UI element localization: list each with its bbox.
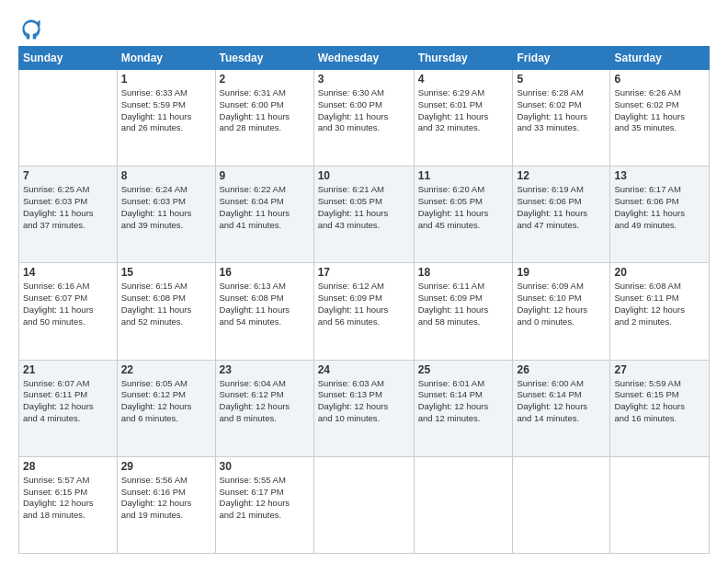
column-header-thursday: Thursday — [414, 47, 513, 70]
day-info: Sunrise: 6:33 AM Sunset: 5:59 PM Dayligh… — [121, 87, 211, 134]
calendar-cell: 17Sunrise: 6:12 AM Sunset: 6:09 PM Dayli… — [313, 263, 414, 360]
calendar-cell — [414, 456, 513, 553]
calendar-cell: 24Sunrise: 6:03 AM Sunset: 6:13 PM Dayli… — [313, 360, 414, 456]
calendar-week-row: 14Sunrise: 6:16 AM Sunset: 6:07 PM Dayli… — [19, 263, 710, 360]
day-number: 23 — [220, 363, 310, 376]
day-info: Sunrise: 6:09 AM Sunset: 6:10 PM Dayligh… — [517, 281, 606, 327]
day-number: 14 — [23, 266, 113, 279]
day-info: Sunrise: 6:22 AM Sunset: 6:04 PM Dayligh… — [220, 184, 310, 231]
day-info: Sunrise: 6:05 AM Sunset: 6:12 PM Dayligh… — [121, 378, 211, 425]
calendar-cell — [313, 456, 414, 553]
calendar-cell: 18Sunrise: 6:11 AM Sunset: 6:09 PM Dayli… — [414, 263, 513, 360]
calendar-cell: 7Sunrise: 6:25 AM Sunset: 6:03 PM Daylig… — [19, 167, 118, 263]
calendar-cell: 30Sunrise: 5:55 AM Sunset: 6:17 PM Dayli… — [215, 456, 313, 553]
calendar-cell: 28Sunrise: 5:57 AM Sunset: 6:15 PM Dayli… — [19, 456, 118, 553]
day-info: Sunrise: 5:59 AM Sunset: 6:15 PM Dayligh… — [614, 378, 705, 425]
day-info: Sunrise: 6:19 AM Sunset: 6:06 PM Dayligh… — [517, 184, 606, 231]
day-info: Sunrise: 6:15 AM Sunset: 6:08 PM Dayligh… — [121, 281, 211, 327]
calendar-cell: 2Sunrise: 6:31 AM Sunset: 6:00 PM Daylig… — [215, 70, 313, 167]
calendar-cell: 9Sunrise: 6:22 AM Sunset: 6:04 PM Daylig… — [215, 167, 313, 263]
day-info: Sunrise: 6:04 AM Sunset: 6:12 PM Dayligh… — [220, 378, 310, 425]
day-number: 1 — [121, 73, 211, 86]
day-number: 16 — [220, 266, 310, 279]
day-number: 17 — [318, 266, 410, 279]
day-info: Sunrise: 6:08 AM Sunset: 6:11 PM Dayligh… — [614, 281, 705, 327]
calendar-header-row: SundayMondayTuesdayWednesdayThursdayFrid… — [19, 47, 710, 70]
day-info: Sunrise: 6:00 AM Sunset: 6:14 PM Dayligh… — [517, 378, 606, 425]
calendar-cell: 13Sunrise: 6:17 AM Sunset: 6:06 PM Dayli… — [610, 167, 710, 263]
calendar-cell: 20Sunrise: 6:08 AM Sunset: 6:11 PM Dayli… — [610, 263, 710, 360]
calendar-table: SundayMondayTuesdayWednesdayThursdayFrid… — [18, 46, 710, 554]
day-info: Sunrise: 6:21 AM Sunset: 6:05 PM Dayligh… — [318, 184, 410, 231]
column-header-tuesday: Tuesday — [215, 47, 313, 70]
day-number: 6 — [614, 73, 705, 86]
day-number: 10 — [318, 169, 410, 182]
calendar-cell: 22Sunrise: 6:05 AM Sunset: 6:12 PM Dayli… — [117, 360, 215, 456]
day-number: 3 — [318, 73, 410, 86]
calendar-cell: 14Sunrise: 6:16 AM Sunset: 6:07 PM Dayli… — [19, 263, 118, 360]
day-info: Sunrise: 6:12 AM Sunset: 6:09 PM Dayligh… — [318, 281, 410, 327]
calendar-cell — [19, 70, 118, 167]
day-number: 12 — [517, 169, 606, 182]
day-info: Sunrise: 6:24 AM Sunset: 6:03 PM Dayligh… — [121, 184, 211, 231]
day-number: 2 — [220, 73, 310, 86]
logo-icon — [18, 17, 44, 42]
day-info: Sunrise: 6:01 AM Sunset: 6:14 PM Dayligh… — [418, 378, 509, 425]
day-info: Sunrise: 6:11 AM Sunset: 6:09 PM Dayligh… — [418, 281, 509, 327]
day-info: Sunrise: 6:16 AM Sunset: 6:07 PM Dayligh… — [23, 281, 113, 327]
day-number: 15 — [121, 266, 211, 279]
day-info: Sunrise: 6:31 AM Sunset: 6:00 PM Dayligh… — [220, 87, 310, 134]
column-header-saturday: Saturday — [610, 47, 710, 70]
day-info: Sunrise: 6:25 AM Sunset: 6:03 PM Dayligh… — [23, 184, 113, 231]
calendar-cell: 27Sunrise: 5:59 AM Sunset: 6:15 PM Dayli… — [610, 360, 710, 456]
calendar-week-row: 28Sunrise: 5:57 AM Sunset: 6:15 PM Dayli… — [19, 456, 710, 553]
day-info: Sunrise: 6:07 AM Sunset: 6:11 PM Dayligh… — [23, 378, 113, 425]
calendar-cell — [513, 456, 610, 553]
page: SundayMondayTuesdayWednesdayThursdayFrid… — [0, 0, 728, 563]
day-info: Sunrise: 5:56 AM Sunset: 6:16 PM Dayligh… — [121, 475, 211, 522]
calendar-cell: 3Sunrise: 6:30 AM Sunset: 6:00 PM Daylig… — [313, 70, 414, 167]
calendar-cell: 12Sunrise: 6:19 AM Sunset: 6:06 PM Dayli… — [513, 167, 610, 263]
calendar-cell — [610, 456, 710, 553]
calendar-cell: 19Sunrise: 6:09 AM Sunset: 6:10 PM Dayli… — [513, 263, 610, 360]
day-info: Sunrise: 6:17 AM Sunset: 6:06 PM Dayligh… — [614, 184, 705, 231]
day-number: 30 — [220, 460, 310, 473]
column-header-friday: Friday — [513, 47, 610, 70]
column-header-wednesday: Wednesday — [313, 47, 414, 70]
day-number: 24 — [318, 363, 410, 376]
day-number: 28 — [23, 460, 113, 473]
calendar-cell: 6Sunrise: 6:26 AM Sunset: 6:02 PM Daylig… — [610, 70, 710, 167]
calendar-cell: 1Sunrise: 6:33 AM Sunset: 5:59 PM Daylig… — [117, 70, 215, 167]
day-number: 20 — [614, 266, 705, 279]
calendar-cell: 16Sunrise: 6:13 AM Sunset: 6:08 PM Dayli… — [215, 263, 313, 360]
day-number: 13 — [614, 169, 705, 182]
day-number: 21 — [23, 363, 113, 376]
day-number: 7 — [23, 169, 113, 182]
day-number: 25 — [418, 363, 509, 376]
calendar-cell: 23Sunrise: 6:04 AM Sunset: 6:12 PM Dayli… — [215, 360, 313, 456]
calendar-cell: 15Sunrise: 6:15 AM Sunset: 6:08 PM Dayli… — [117, 263, 215, 360]
calendar-cell: 26Sunrise: 6:00 AM Sunset: 6:14 PM Dayli… — [513, 360, 610, 456]
day-number: 8 — [121, 169, 211, 182]
day-number: 11 — [418, 169, 509, 182]
day-info: Sunrise: 6:30 AM Sunset: 6:00 PM Dayligh… — [318, 87, 410, 134]
calendar-cell: 5Sunrise: 6:28 AM Sunset: 6:02 PM Daylig… — [513, 70, 610, 167]
calendar-week-row: 1Sunrise: 6:33 AM Sunset: 5:59 PM Daylig… — [19, 70, 710, 167]
calendar-week-row: 21Sunrise: 6:07 AM Sunset: 6:11 PM Dayli… — [19, 360, 710, 456]
column-header-monday: Monday — [117, 47, 215, 70]
column-header-sunday: Sunday — [19, 47, 118, 70]
day-info: Sunrise: 6:20 AM Sunset: 6:05 PM Dayligh… — [418, 184, 509, 231]
day-info: Sunrise: 6:29 AM Sunset: 6:01 PM Dayligh… — [418, 87, 509, 134]
calendar-cell: 25Sunrise: 6:01 AM Sunset: 6:14 PM Dayli… — [414, 360, 513, 456]
calendar-week-row: 7Sunrise: 6:25 AM Sunset: 6:03 PM Daylig… — [19, 167, 710, 263]
calendar-cell: 29Sunrise: 5:56 AM Sunset: 6:16 PM Dayli… — [117, 456, 215, 553]
day-info: Sunrise: 5:55 AM Sunset: 6:17 PM Dayligh… — [220, 475, 310, 522]
day-number: 9 — [220, 169, 310, 182]
day-number: 27 — [614, 363, 705, 376]
calendar-cell: 10Sunrise: 6:21 AM Sunset: 6:05 PM Dayli… — [313, 167, 414, 263]
day-info: Sunrise: 5:57 AM Sunset: 6:15 PM Dayligh… — [23, 475, 113, 522]
day-info: Sunrise: 6:03 AM Sunset: 6:13 PM Dayligh… — [318, 378, 410, 425]
day-number: 22 — [121, 363, 211, 376]
calendar-cell: 8Sunrise: 6:24 AM Sunset: 6:03 PM Daylig… — [117, 167, 215, 263]
day-info: Sunrise: 6:13 AM Sunset: 6:08 PM Dayligh… — [220, 281, 310, 327]
